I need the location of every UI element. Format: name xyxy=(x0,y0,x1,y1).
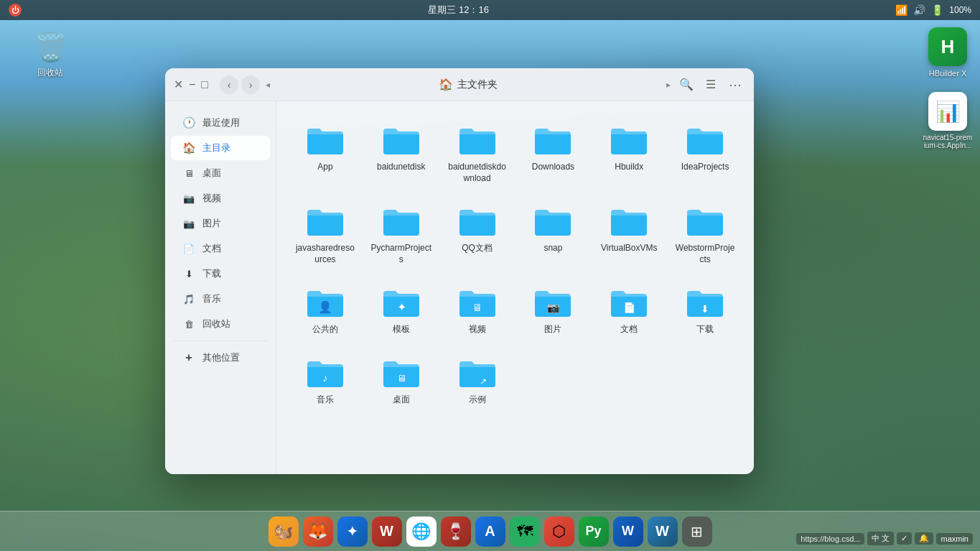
sidebar-item-desktop[interactable]: 🖥 桌面 xyxy=(171,161,270,185)
view-toggle-button[interactable]: ☰ xyxy=(701,75,721,95)
hbuilder-label: HBuilder X xyxy=(929,69,967,78)
title-center: 🏠 主文件夹 xyxy=(276,78,661,91)
file-item-baidunetdisk[interactable]: baidunetdisk xyxy=(367,116,436,190)
folder-icon-qq xyxy=(456,203,499,239)
taskbar-status-area: https://blog.csd... 中 文 ✓ 🔔 maxmin xyxy=(796,532,973,545)
firefox-icon: 🦊 xyxy=(308,522,327,541)
sidebar-item-trash[interactable]: 🗑 回收站 xyxy=(171,312,270,336)
desktop-icon-navicat[interactable]: 📊 navicat15-premium-cs.AppIn... xyxy=(923,92,973,149)
file-item-moban[interactable]: ✦ 模板 xyxy=(367,278,436,341)
title-right-controls: 🔍 ☰ ⋯ xyxy=(676,75,745,95)
file-item-gonggong[interactable]: 👤 公共的 xyxy=(291,278,360,341)
file-name-moban: 模板 xyxy=(393,324,410,335)
dock-item-finder[interactable]: 🐿️ xyxy=(269,517,299,547)
file-item-xiazai[interactable]: ⬇ 下载 xyxy=(671,278,739,341)
sidebar-label-other: 其他位置 xyxy=(202,351,240,364)
file-name-downloads: Downloads xyxy=(532,162,574,173)
dock-item-maps[interactable]: 🗺 xyxy=(510,517,540,547)
sidebar-label-docs: 文档 xyxy=(202,242,221,255)
power-icon[interactable]: ⏻ xyxy=(9,4,22,17)
folder-icon-app xyxy=(304,121,347,157)
dock-item-chrome[interactable]: 🌐 xyxy=(406,517,437,547)
sidebar-item-home[interactable]: 🏠 主目录 xyxy=(171,136,270,160)
file-name-app: App xyxy=(317,162,332,173)
sidebar-item-recent[interactable]: 🕐 最近使用 xyxy=(171,111,270,135)
folder-icon-baidunetdiskdownload xyxy=(456,121,499,157)
desktop-icon-trash[interactable]: 🗑️ 回收站 xyxy=(22,30,79,79)
topbar-battery-label: 100% xyxy=(949,5,971,15)
file-item-shipin[interactable]: 🖥 视频 xyxy=(443,278,512,341)
taskbar-lang-label: 中 文 xyxy=(867,532,894,545)
file-item-snap[interactable]: snap xyxy=(519,197,588,271)
window-close-button[interactable]: ✕ xyxy=(174,78,183,91)
file-name-shipin: 视频 xyxy=(469,324,486,335)
sidebar-item-downloads[interactable]: ⬇ 下载 xyxy=(171,261,270,286)
nav-back-button[interactable]: ‹ xyxy=(220,75,238,94)
file-item-webstormprojects[interactable]: WebstormProjects xyxy=(671,197,739,271)
trash-label: 回收站 xyxy=(37,68,63,79)
dock-item-pycharm[interactable]: Py xyxy=(579,517,609,547)
topbar-left: ⏻ xyxy=(9,4,22,17)
sidebar-item-video[interactable]: 📷 视频 xyxy=(171,186,270,210)
music-sidebar-icon: 🎵 xyxy=(182,294,195,305)
file-name-baidunetdiskdownload: baidunetdiskdownload xyxy=(446,162,509,184)
nav-forward-button[interactable]: › xyxy=(241,75,260,94)
file-name-ideaprojects: IdeaProjects xyxy=(681,162,729,173)
sidebar-label-pictures: 图片 xyxy=(202,217,221,230)
sidebar-item-docs[interactable]: 📄 文档 xyxy=(171,236,270,261)
dock-item-firefox[interactable]: 🦊 xyxy=(303,517,333,547)
svg-text:🖥: 🖥 xyxy=(472,302,482,313)
window-minimize-button[interactable]: − xyxy=(189,78,195,91)
file-item-baidunetdiskdownload[interactable]: baidunetdiskdownload xyxy=(443,116,512,190)
dock-item-ide[interactable]: ⬡ xyxy=(544,517,574,547)
dock-item-word[interactable]: W xyxy=(648,517,678,547)
file-item-downloads[interactable]: Downloads xyxy=(519,116,588,190)
webstorm-icon: W xyxy=(622,524,634,539)
topbar-battery-icon: 🔋 xyxy=(931,4,943,16)
file-item-javasharedresources[interactable]: javasharedresources xyxy=(291,197,360,271)
pictures-sidebar-icon: 📷 xyxy=(182,218,195,229)
file-item-shili[interactable]: ↗ 示例 xyxy=(443,348,512,412)
file-name-virtualboxvms: VirtualBoxVMs xyxy=(601,243,657,254)
im-icon: ✦ xyxy=(347,524,358,540)
wps-icon: W xyxy=(380,523,393,540)
file-name-gonggong: 公共的 xyxy=(312,324,338,335)
navicat-icon: 📊 xyxy=(928,92,967,131)
svg-text:⬇: ⬇ xyxy=(701,303,709,315)
dock-item-app7[interactable]: A xyxy=(475,517,505,547)
dock-item-app6[interactable]: 🍷 xyxy=(441,517,471,547)
file-item-hbuildx[interactable]: Hbuildx xyxy=(594,116,663,190)
window-maximize-button[interactable]: □ xyxy=(201,78,208,91)
file-item-ideaprojects[interactable]: IdeaProjects xyxy=(671,116,739,190)
sidebar-item-pictures[interactable]: 📷 图片 xyxy=(171,211,270,236)
dock-item-wps[interactable]: W xyxy=(372,517,402,547)
folder-icon-pycharmprojects xyxy=(380,203,423,239)
dock-item-im[interactable]: ✦ xyxy=(337,517,368,547)
file-item-pycharmprojects[interactable]: PycharmProjects xyxy=(367,197,436,271)
folder-icon-gonggong: 👤 xyxy=(304,284,347,320)
file-name-pycharmprojects: PycharmProjects xyxy=(370,243,433,265)
dock-item-webstorm[interactable]: W xyxy=(613,517,643,547)
search-button[interactable]: 🔍 xyxy=(676,75,696,95)
folder-icon-zhuomian: 🖥 xyxy=(380,354,423,390)
sidebar-item-music[interactable]: 🎵 音乐 xyxy=(171,287,270,311)
sidebar-divider xyxy=(174,341,267,341)
desktop-icon-hbuilder[interactable]: H HBuilder X xyxy=(923,27,973,78)
more-options-button[interactable]: ⋯ xyxy=(725,75,745,95)
home-sidebar-icon: 🏠 xyxy=(182,142,195,154)
file-item-virtualboxvms[interactable]: VirtualBoxVMs xyxy=(594,197,663,271)
word-icon: W xyxy=(655,523,669,540)
sidebar-item-other[interactable]: + 其他位置 xyxy=(171,346,270,370)
docs-sidebar-icon: 📄 xyxy=(182,244,195,254)
dock-item-grid[interactable]: ⊞ xyxy=(682,517,712,547)
file-item-qq[interactable]: QQ文档 xyxy=(443,197,512,271)
file-item-yinyue[interactable]: ♪ 音乐 xyxy=(291,348,360,412)
file-manager-window: ✕ − □ ‹ › ◂ 🏠 主文件夹 ▸ 🔍 ☰ ⋯ 🕐 最近使用 🏠 xyxy=(165,68,754,474)
folder-icon-wendang: 📄 xyxy=(607,284,650,320)
file-item-app[interactable]: App xyxy=(291,116,360,190)
file-item-zhuomian[interactable]: 🖥 桌面 xyxy=(367,348,436,412)
file-name-shili: 示例 xyxy=(469,394,486,406)
file-item-tupian[interactable]: 📷 图片 xyxy=(519,278,588,341)
file-item-wendang[interactable]: 📄 文档 xyxy=(594,278,663,341)
finder-icon: 🐿️ xyxy=(274,522,293,541)
